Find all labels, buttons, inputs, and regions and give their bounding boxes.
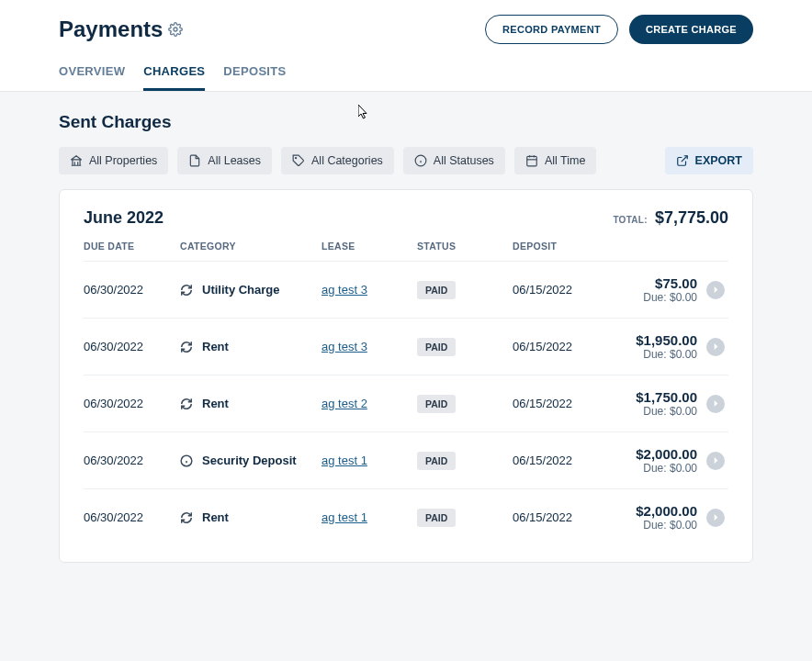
category-text: Rent — [202, 397, 229, 410]
status-badge: PAID — [417, 452, 456, 470]
cell-category: Security Deposit — [180, 454, 321, 467]
col-header-category: CATEGORY — [180, 241, 321, 252]
recurring-icon — [180, 511, 193, 524]
filter-leases[interactable]: All Leases — [177, 147, 272, 174]
cell-lease: ag test 2 — [321, 397, 417, 410]
filter-categories[interactable]: All Categories — [281, 147, 394, 174]
header-bar: Payments RECORD PAYMENT CREATE CHARGE OV… — [0, 0, 812, 92]
svg-point-0 — [174, 28, 177, 31]
column-headers: DUE DATE CATEGORY LEASE STATUS DEPOSIT — [84, 241, 728, 261]
cell-deposit: 06/15/2022 — [513, 340, 601, 353]
amount-value: $1,950.00 — [601, 332, 697, 348]
header-actions: RECORD PAYMENT CREATE CHARGE — [485, 15, 753, 44]
due-value: Due: $0.00 — [601, 462, 697, 475]
tag-icon — [292, 154, 305, 167]
export-label: EXPORT — [695, 154, 742, 167]
filter-categories-label: All Categories — [311, 154, 383, 167]
cell-status: PAID — [417, 338, 513, 356]
cell-amount: $1,950.00Due: $0.00 — [601, 332, 706, 361]
section-title: Sent Charges — [59, 112, 753, 132]
col-header-lease: LEASE — [321, 241, 417, 252]
row-expand-button[interactable] — [706, 281, 725, 299]
svg-rect-5 — [527, 156, 537, 166]
table-row: 06/30/2022Rentag test 3PAID06/15/2022$1,… — [84, 318, 728, 375]
due-value: Due: $0.00 — [601, 405, 697, 418]
cell-due-date: 06/30/2022 — [84, 454, 180, 467]
cell-lease: ag test 3 — [321, 283, 417, 297]
tab-deposits[interactable]: DEPOSITS — [223, 57, 286, 91]
tab-charges[interactable]: CHARGES — [143, 57, 205, 91]
info-icon — [414, 154, 427, 167]
tabs: OVERVIEW CHARGES DEPOSITS — [59, 57, 753, 91]
due-value: Due: $0.00 — [601, 291, 697, 304]
cell-category: Rent — [180, 510, 321, 524]
cell-status: PAID — [417, 452, 513, 470]
col-header-status: STATUS — [417, 241, 513, 252]
cell-amount: $75.00Due: $0.00 — [601, 275, 706, 304]
row-expand-button[interactable] — [706, 452, 725, 470]
recurring-icon — [180, 341, 193, 353]
total-amount: $7,775.00 — [655, 208, 728, 228]
charges-panel: June 2022 TOTAL: $7,775.00 DUE DATE CATE… — [59, 189, 753, 563]
filter-time[interactable]: All Time — [514, 147, 596, 174]
cell-category: Utility Charge — [180, 283, 321, 297]
cell-status: PAID — [417, 509, 513, 527]
cell-due-date: 06/30/2022 — [84, 397, 180, 410]
lease-link[interactable]: ag test 1 — [321, 454, 367, 467]
cell-due-date: 06/30/2022 — [84, 510, 180, 524]
content-area: Sent Charges All Properties All Leases A… — [0, 92, 812, 583]
cell-lease: ag test 1 — [321, 510, 417, 524]
row-expand-button[interactable] — [706, 395, 725, 413]
amount-value: $2,000.00 — [601, 503, 697, 519]
bank-icon — [70, 154, 83, 167]
cell-status: PAID — [417, 281, 513, 299]
table-row: 06/30/2022Rentag test 2PAID06/15/2022$1,… — [84, 375, 728, 431]
export-icon — [676, 154, 689, 167]
lease-link[interactable]: ag test 1 — [321, 510, 367, 524]
cell-lease: ag test 3 — [321, 340, 417, 353]
amount-value: $2,000.00 — [601, 446, 697, 462]
cell-amount: $2,000.00Due: $0.00 — [601, 503, 706, 532]
calendar-icon — [525, 154, 538, 167]
filter-properties-label: All Properties — [89, 154, 157, 167]
filter-statuses[interactable]: All Statuses — [403, 147, 505, 174]
total-label: TOTAL: — [613, 215, 648, 225]
charges-rows: 06/30/2022Utility Chargeag test 3PAID06/… — [84, 261, 728, 545]
record-payment-button[interactable]: RECORD PAYMENT — [485, 15, 618, 44]
cell-due-date: 06/30/2022 — [84, 340, 180, 353]
cell-deposit: 06/15/2022 — [513, 397, 601, 410]
total-wrap: TOTAL: $7,775.00 — [613, 208, 728, 228]
tab-overview[interactable]: OVERVIEW — [59, 57, 125, 91]
due-value: Due: $0.00 — [601, 348, 697, 361]
filter-statuses-label: All Statuses — [434, 154, 494, 167]
category-text: Utility Charge — [202, 283, 280, 297]
cell-deposit: 06/15/2022 — [513, 454, 601, 467]
cell-lease: ag test 1 — [321, 454, 417, 467]
table-row: 06/30/2022Security Depositag test 1PAID0… — [84, 431, 728, 488]
page-title-text: Payments — [59, 17, 163, 42]
recurring-icon — [180, 398, 193, 410]
status-badge: PAID — [417, 395, 456, 413]
col-header-deposit: DEPOSIT — [513, 241, 601, 252]
create-charge-button[interactable]: CREATE CHARGE — [629, 15, 753, 44]
filter-leases-label: All Leases — [208, 154, 261, 167]
cell-category: Rent — [180, 397, 321, 410]
status-badge: PAID — [417, 509, 456, 527]
filter-row: All Properties All Leases All Categories… — [59, 147, 753, 174]
page-title: Payments — [59, 17, 183, 42]
status-badge: PAID — [417, 281, 456, 299]
gear-icon[interactable] — [168, 22, 183, 37]
category-text: Rent — [202, 340, 229, 353]
lease-link[interactable]: ag test 3 — [321, 283, 367, 297]
lease-link[interactable]: ag test 2 — [321, 397, 367, 410]
lease-link[interactable]: ag test 3 — [321, 340, 367, 353]
filter-properties[interactable]: All Properties — [59, 147, 168, 174]
row-expand-button[interactable] — [706, 509, 725, 527]
cell-due-date: 06/30/2022 — [84, 283, 180, 297]
export-button[interactable]: EXPORT — [665, 147, 753, 174]
amount-value: $1,750.00 — [601, 389, 697, 405]
svg-point-1 — [296, 158, 297, 159]
row-expand-button[interactable] — [706, 338, 725, 356]
cell-deposit: 06/15/2022 — [513, 510, 601, 524]
category-text: Security Deposit — [202, 454, 297, 467]
